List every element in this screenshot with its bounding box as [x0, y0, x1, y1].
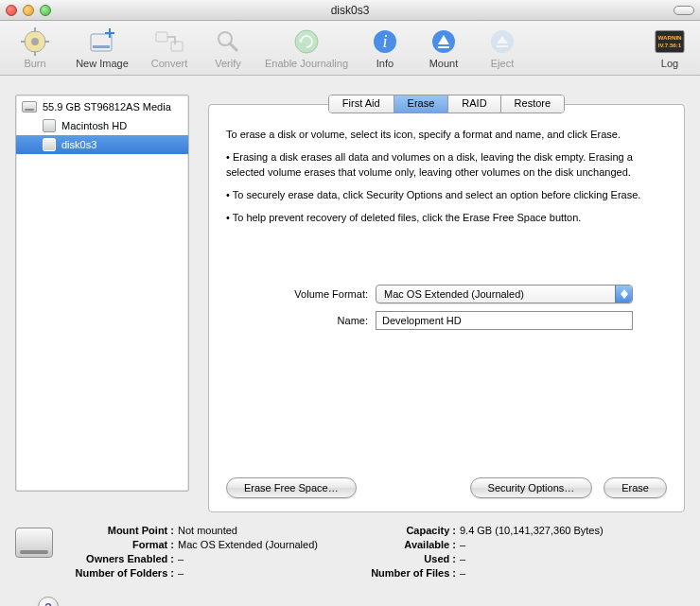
selected-disk-icon — [15, 528, 53, 558]
convert-icon — [154, 26, 184, 57]
svg-rect-7 — [93, 45, 110, 48]
svg-point-1 — [31, 38, 39, 45]
main-panel: ▴▾ First Aid Erase RAID Restore To erase… — [208, 95, 685, 512]
format-value: Mac OS Extended (Journaled) — [178, 538, 318, 551]
volume-icon — [43, 119, 56, 132]
info-icon: i — [370, 26, 400, 57]
log-icon: WARNINIV.7.56:1 — [655, 26, 685, 57]
svg-text:i: i — [382, 32, 387, 51]
close-window-button[interactable] — [6, 5, 17, 16]
svg-rect-11 — [171, 42, 183, 51]
sidebar-item-label: 55.9 GB ST96812AS Media — [43, 101, 171, 113]
enable-journaling-button[interactable]: Enable Journaling — [259, 25, 354, 69]
log-button[interactable]: WARNINIV.7.56:1 Log — [647, 25, 692, 69]
capacity-key: Capacity : — [346, 524, 460, 537]
tabbar: First Aid Erase RAID Restore — [208, 95, 685, 113]
svg-point-13 — [219, 32, 232, 45]
sidebar-item-label: Macintosh HD — [61, 120, 127, 131]
bullet-3: • To help prevent recovery of deleted fi… — [226, 211, 667, 226]
name-label: Name: — [226, 315, 368, 326]
minimize-window-button[interactable] — [23, 5, 34, 16]
toolbar-toggle-button[interactable] — [674, 6, 694, 15]
erase-free-space-button[interactable]: Erase Free Space… — [226, 477, 357, 498]
new-image-label: New Image — [76, 58, 129, 69]
info-button[interactable]: i Info — [358, 25, 412, 69]
tab-erase[interactable]: Erase — [394, 95, 449, 113]
new-image-button[interactable]: New Image — [66, 25, 138, 69]
volume-format-select[interactable]: Mac OS Extended (Journaled) — [376, 285, 633, 303]
new-image-icon — [87, 26, 117, 57]
journaling-label: Enable Journaling — [265, 58, 348, 69]
chevron-up-down-icon — [615, 286, 632, 303]
num-files-key: Number of Files : — [346, 566, 460, 580]
num-folders-value: – — [178, 566, 184, 580]
info-col-right: Capacity :9.4 GB (10,141,327,360 Bytes) … — [346, 524, 604, 580]
verify-icon — [213, 26, 243, 57]
svg-text:WARNIN: WARNIN — [657, 34, 682, 41]
format-key: Format : — [64, 538, 178, 551]
sidebar-item-volume-macintosh-hd[interactable]: Macintosh HD — [16, 116, 188, 135]
svg-line-14 — [230, 43, 237, 51]
help-button[interactable]: ? — [38, 597, 59, 606]
available-key: Available : — [346, 538, 460, 551]
info-strip: Mount Point :Not mounted Format :Mac OS … — [0, 516, 700, 580]
sidebar-item-physical-disk[interactable]: 55.9 GB ST96812AS Media — [16, 97, 188, 116]
svg-point-15 — [295, 30, 318, 53]
description-text: To erase a disk or volume, select its ic… — [226, 128, 667, 234]
name-input[interactable] — [376, 311, 633, 330]
erase-button[interactable]: Erase — [604, 477, 667, 498]
volume-format-value: Mac OS Extended (Journaled) — [384, 288, 524, 300]
burn-icon — [20, 26, 50, 57]
content-area: 55.9 GB ST96812AS Media Macintosh HD dis… — [0, 76, 700, 516]
tab-raid[interactable]: RAID — [448, 95, 500, 113]
info-label: Info — [376, 58, 394, 69]
device-sidebar[interactable]: 55.9 GB ST96812AS Media Macintosh HD dis… — [15, 95, 189, 492]
mount-label: Mount — [429, 58, 459, 69]
security-options-button[interactable]: Security Options… — [470, 477, 593, 498]
bullet-1: • Erasing a disk erases all data and vol… — [226, 150, 667, 181]
svg-rect-20 — [438, 46, 449, 48]
svg-rect-10 — [156, 32, 167, 42]
mount-point-value: Not mounted — [178, 524, 237, 537]
convert-label: Convert — [151, 58, 188, 69]
disk-icon — [22, 101, 37, 113]
mount-button[interactable]: Mount — [416, 25, 471, 69]
bullet-2: • To securely erase data, click Security… — [226, 188, 667, 203]
intro-text: To erase a disk or volume, select its ic… — [226, 128, 667, 143]
available-value: – — [460, 538, 465, 551]
convert-button[interactable]: Convert — [142, 25, 197, 69]
window-controls — [6, 5, 51, 16]
tab-first-aid[interactable]: First Aid — [329, 95, 394, 113]
owners-enabled-value: – — [178, 552, 184, 565]
eject-icon — [487, 26, 517, 57]
zoom-window-button[interactable] — [40, 5, 51, 16]
verify-button[interactable]: Verify — [201, 25, 255, 69]
eject-button[interactable]: Eject — [475, 25, 530, 69]
form-area: Volume Format: Mac OS Extended (Journale… — [226, 285, 667, 330]
sidebar-item-label: disk0s3 — [61, 139, 96, 150]
tab-restore[interactable]: Restore — [501, 95, 565, 113]
used-value: – — [460, 552, 465, 565]
mount-point-key: Mount Point : — [64, 524, 178, 537]
verify-label: Verify — [215, 58, 241, 69]
num-files-value: – — [460, 566, 465, 580]
journaling-icon — [291, 26, 322, 57]
log-label: Log — [661, 58, 678, 69]
capacity-value: 9.4 GB (10,141,327,360 Bytes) — [460, 524, 604, 537]
toolbar: Burn New Image Convert Verify Enable Jou… — [0, 21, 700, 76]
svg-text:IV.7.56:1: IV.7.56:1 — [658, 42, 682, 48]
burn-label: Burn — [24, 58, 45, 69]
mount-icon — [429, 26, 459, 57]
owners-enabled-key: Owners Enabled : — [64, 552, 178, 565]
num-folders-key: Number of Folders : — [64, 566, 178, 580]
burn-button[interactable]: Burn — [8, 25, 62, 69]
eject-label: Eject — [491, 58, 514, 69]
svg-rect-23 — [497, 45, 508, 47]
volume-icon — [43, 138, 56, 151]
erase-panel: To erase a disk or volume, select its ic… — [208, 104, 685, 512]
sidebar-item-volume-disk0s3[interactable]: disk0s3 — [16, 135, 188, 154]
info-col-left: Mount Point :Not mounted Format :Mac OS … — [64, 524, 318, 580]
used-key: Used : — [346, 552, 460, 565]
window-title: disk0s3 — [0, 4, 700, 17]
svg-rect-6 — [91, 34, 112, 51]
